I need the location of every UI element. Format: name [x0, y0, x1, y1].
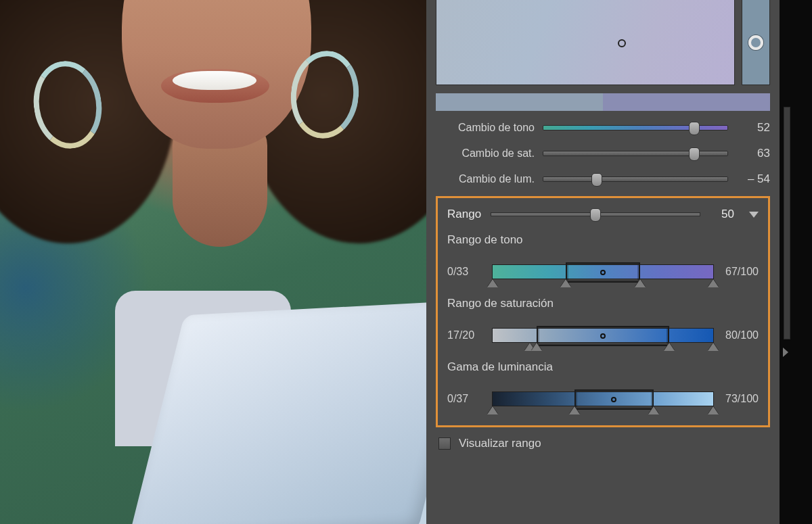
hue-shift-label: Cambio de tono — [436, 122, 543, 134]
hue-range-left[interactable]: 0/33 — [447, 266, 484, 278]
range-section-highlight: Rango 50 Rango de tono 0/33 — [436, 196, 770, 427]
sat-shift-label: Cambio de sat. — [436, 147, 543, 160]
hue-range-title: Rango de tono — [447, 233, 759, 247]
lum-range-right[interactable]: 73/100 — [722, 393, 759, 405]
range-slider[interactable] — [491, 212, 700, 216]
preview-image — [0, 0, 426, 524]
sat-shift-value[interactable]: 63 — [728, 147, 770, 160]
lum-range-bar[interactable] — [492, 391, 714, 406]
lum-range-handle-4[interactable] — [708, 406, 719, 414]
hue-range-handle-4[interactable] — [708, 279, 719, 287]
range-value[interactable]: 50 — [710, 208, 734, 221]
visualize-range-checkbox[interactable] — [438, 437, 451, 450]
lum-range-title: Gama de luminancia — [447, 360, 759, 374]
sat-range-selection[interactable] — [537, 326, 669, 346]
lum-range-handle-2[interactable] — [569, 406, 580, 414]
visualize-range-label: Visualizar rango — [459, 437, 541, 450]
eyedropper-button[interactable] — [742, 0, 770, 85]
hue-compare-bar — [436, 93, 770, 111]
lum-range-selection[interactable] — [574, 389, 654, 410]
range-label: Rango — [447, 208, 481, 221]
range-disclosure-icon[interactable] — [749, 212, 759, 218]
color-adjust-panel: Cambio de tono 52 Cambio de sat. 63 Camb… — [426, 0, 780, 524]
sat-range-title: Rango de saturación — [447, 297, 759, 310]
lum-shift-value[interactable]: – 54 — [728, 172, 770, 186]
color-picker-swatch[interactable] — [436, 0, 735, 85]
sat-shift-knob[interactable] — [689, 147, 700, 161]
lum-range-left[interactable]: 0/37 — [447, 393, 484, 405]
picked-color-marker — [618, 39, 626, 47]
sat-range-handle-4[interactable] — [708, 343, 719, 351]
sat-range-right[interactable]: 80/100 — [722, 329, 759, 341]
hue-shift-value[interactable]: 52 — [728, 121, 770, 135]
hue-shift-slider[interactable] — [543, 125, 728, 130]
sat-range-handle-2[interactable] — [531, 343, 542, 351]
sat-range-left[interactable]: 17/20 — [447, 329, 484, 341]
hue-range-handle-2[interactable] — [560, 279, 571, 287]
hue-range-right[interactable]: 67/100 — [722, 266, 759, 278]
hue-range-handle-3[interactable] — [635, 279, 646, 287]
sat-shift-slider[interactable] — [543, 151, 728, 156]
hue-range-selection[interactable] — [566, 262, 641, 283]
hue-range-handle-1[interactable] — [487, 279, 498, 287]
lum-range-handle-3[interactable] — [648, 406, 659, 414]
panel-gutter — [780, 0, 812, 524]
lum-shift-label: Cambio de lum. — [436, 173, 543, 185]
expand-panel-icon[interactable] — [783, 348, 788, 357]
hue-range-bar[interactable] — [492, 264, 714, 279]
range-knob[interactable] — [590, 208, 601, 222]
lum-shift-knob[interactable] — [591, 173, 602, 187]
lum-shift-slider[interactable] — [543, 176, 728, 182]
hue-shift-knob[interactable] — [689, 122, 700, 135]
lum-range-handle-1[interactable] — [487, 406, 498, 414]
sat-range-bar[interactable] — [492, 328, 714, 343]
scrollbar[interactable] — [784, 107, 790, 339]
sat-range-handle-3[interactable] — [664, 343, 675, 351]
eyedropper-icon — [748, 35, 763, 50]
